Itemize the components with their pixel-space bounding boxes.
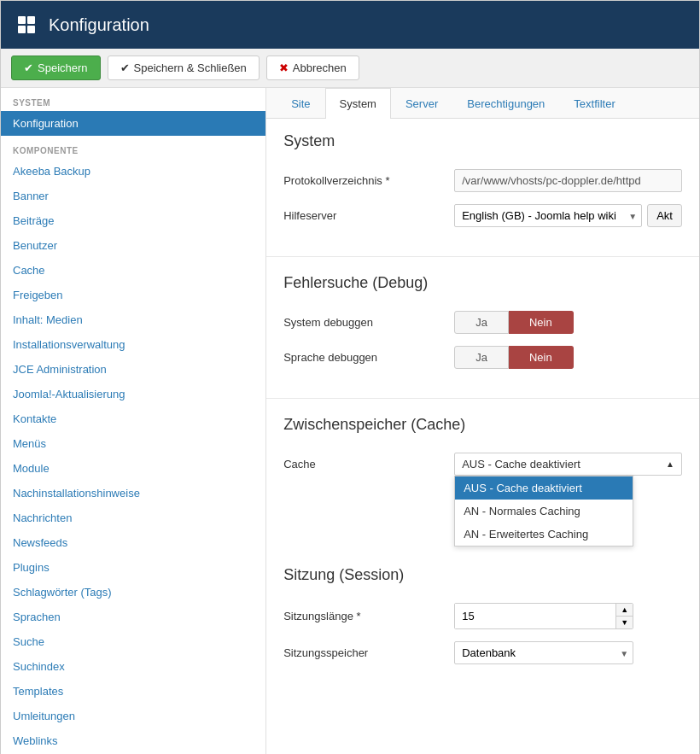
- cache-dropdown-list: AUS - Cache deaktiviert AN - Normales Ca…: [454, 476, 633, 547]
- protokollverzeichnis-label: Protokollverzeichnis *: [283, 174, 454, 187]
- sidebar-item-suche[interactable]: Suche: [1, 629, 265, 654]
- page-title: Konfiguration: [49, 15, 149, 35]
- sidebar-item-newsfeeds[interactable]: Newsfeeds: [1, 530, 265, 555]
- svg-rect-2: [18, 26, 26, 33]
- cache-row: Cache AUS - Cache deaktiviert ▲ AUS - Ca…: [283, 453, 682, 476]
- sidebar-item-weblinks[interactable]: Weblinks: [1, 728, 265, 753]
- sidebar-item-akeeba[interactable]: Akeeba Backup: [1, 159, 265, 184]
- sidebar-item-suchindex[interactable]: Suchindex: [1, 654, 265, 679]
- system-debug-row: System debuggen Ja Nein: [283, 311, 682, 334]
- save-close-button[interactable]: ✔ Speichern & Schließen: [108, 56, 260, 80]
- divider-1: [266, 256, 699, 257]
- debug-section-title: Fehlersuche (Debug): [283, 274, 682, 297]
- session-section: Sitzung (Session) Sitzungslänge * ▲ ▼: [266, 552, 699, 690]
- save-button[interactable]: ✔ Speichern: [11, 56, 101, 80]
- system-section: System Protokollverzeichnis * Hilfeserve…: [266, 119, 699, 253]
- system-debug-control: Ja Nein: [454, 311, 682, 334]
- tab-system[interactable]: System: [325, 88, 391, 119]
- system-debug-label: System debuggen: [283, 316, 454, 329]
- hilfeserver-select-wrapper: English (GB) - Joomla help wiki ▼: [454, 204, 642, 227]
- sitzungsspeicher-control: Datenbank ▼: [454, 641, 682, 664]
- toolbar: ✔ Speichern ✔ Speichern & Schließen ✖ Ab…: [1, 49, 699, 88]
- sitzungslaenge-row: Sitzungslänge * ▲ ▼: [283, 603, 682, 629]
- hilfeserver-select[interactable]: English (GB) - Joomla help wiki: [454, 204, 642, 227]
- sidebar-item-templates[interactable]: Templates: [1, 679, 265, 704]
- sidebar-item-medien[interactable]: Inhalt: Medien: [1, 307, 265, 332]
- cache-option-normal[interactable]: AN - Normales Caching: [455, 500, 633, 523]
- cancel-icon: ✖: [279, 61, 289, 74]
- protokollverzeichnis-row: Protokollverzeichnis *: [283, 169, 682, 192]
- sidebar: SYSTEM Konfiguration KOMPONENTE Akeeba B…: [1, 88, 266, 754]
- sitzungslaenge-label: Sitzungslänge *: [283, 610, 454, 622]
- sidebar-item-benutzer[interactable]: Benutzer: [1, 233, 265, 258]
- spinner-buttons: ▲ ▼: [615, 604, 633, 628]
- tab-server[interactable]: Server: [391, 88, 452, 119]
- main-content: Site System Server Berechtigungen Textfi…: [266, 88, 699, 754]
- content-area: SYSTEM Konfiguration KOMPONENTE Akeeba B…: [1, 88, 699, 754]
- sitzungsspeicher-label: Sitzungsspeicher: [283, 646, 454, 659]
- system-debug-ja-btn[interactable]: Ja: [454, 311, 509, 334]
- sidebar-item-module[interactable]: Module: [1, 456, 265, 481]
- sprache-debug-ja-btn[interactable]: Ja: [454, 346, 509, 369]
- svg-rect-1: [27, 16, 35, 24]
- sidebar-item-cache[interactable]: Cache: [1, 258, 265, 283]
- cache-dropdown-container: AUS - Cache deaktiviert ▲ AUS - Cache de…: [454, 453, 682, 476]
- sitzungsspeicher-row: Sitzungsspeicher Datenbank ▼: [283, 641, 682, 664]
- sidebar-item-plugins[interactable]: Plugins: [1, 555, 265, 580]
- cache-section: Zwischenspeicher (Cache) Cache AUS - Cac…: [266, 402, 699, 501]
- hilfeserver-control: English (GB) - Joomla help wiki ▼ Akt: [454, 204, 682, 227]
- sidebar-item-sprachen[interactable]: Sprachen: [1, 605, 265, 629]
- sidebar-item-joomla-update[interactable]: Joomla!-Aktualisierung: [1, 382, 265, 406]
- sprache-debug-control: Ja Nein: [454, 346, 682, 369]
- sitzungslaenge-input[interactable]: [455, 604, 615, 628]
- hilfeserver-btn[interactable]: Akt: [647, 204, 682, 227]
- sidebar-item-jce[interactable]: JCE Administration: [1, 357, 265, 382]
- cache-dropdown-trigger[interactable]: AUS - Cache deaktiviert ▲: [454, 453, 682, 476]
- sidebar-component-section: KOMPONENTE: [1, 136, 265, 159]
- cache-option-aus[interactable]: AUS - Cache deaktiviert: [455, 476, 633, 500]
- tabs-bar: Site System Server Berechtigungen Textfi…: [266, 88, 699, 119]
- sidebar-item-umleitungen[interactable]: Umleitungen: [1, 704, 265, 728]
- protokollverzeichnis-input[interactable]: [454, 169, 682, 192]
- divider-2: [266, 398, 699, 399]
- tab-berechtigungen[interactable]: Berechtigungen: [452, 88, 559, 119]
- sidebar-item-schlagwoerter[interactable]: Schlagwörter (Tags): [1, 580, 265, 605]
- sidebar-item-freigeben[interactable]: Freigeben: [1, 283, 265, 307]
- tab-site[interactable]: Site: [277, 88, 324, 119]
- cache-section-title: Zwischenspeicher (Cache): [283, 416, 682, 439]
- cancel-button[interactable]: ✖ Abbrechen: [266, 56, 359, 80]
- sidebar-item-kontakte[interactable]: Kontakte: [1, 406, 265, 431]
- hilfeserver-row: Hilfeserver English (GB) - Joomla help w…: [283, 204, 682, 227]
- sitzungslaenge-spinner: ▲ ▼: [454, 603, 633, 629]
- save-icon: ✔: [24, 61, 33, 74]
- sidebar-system-section: SYSTEM: [1, 88, 265, 111]
- sprache-debug-toggle: Ja Nein: [454, 346, 682, 369]
- sidebar-item-banner[interactable]: Banner: [1, 184, 265, 208]
- save-close-icon: ✔: [120, 61, 130, 74]
- app-icon: [15, 13, 38, 37]
- cache-label: Cache: [283, 458, 454, 471]
- sidebar-item-menus[interactable]: Menüs: [1, 431, 265, 456]
- sidebar-item-konfiguration[interactable]: Konfiguration: [1, 111, 265, 136]
- spinner-up-btn[interactable]: ▲: [616, 604, 633, 617]
- cache-option-erweitert[interactable]: AN - Erweitertes Caching: [455, 523, 633, 546]
- sidebar-item-installation[interactable]: Installationsverwaltung: [1, 332, 265, 357]
- debug-section: Fehlersuche (Debug) System debuggen Ja N…: [266, 260, 699, 395]
- system-debug-toggle: Ja Nein: [454, 311, 682, 334]
- sidebar-item-nachinstallation[interactable]: Nachinstallationshinweise: [1, 481, 265, 506]
- tab-textfilter[interactable]: Textfilter: [559, 88, 629, 119]
- sprache-debug-row: Sprache debuggen Ja Nein: [283, 346, 682, 369]
- app-header: Konfiguration: [1, 1, 699, 49]
- sitzungsspeicher-select-wrapper: Datenbank ▼: [454, 641, 633, 664]
- session-section-title: Sitzung (Session): [283, 566, 682, 589]
- sidebar-item-beitraege[interactable]: Beiträge: [1, 208, 265, 233]
- spinner-down-btn[interactable]: ▼: [616, 617, 633, 628]
- svg-rect-3: [27, 26, 35, 33]
- sprache-debug-nein-btn[interactable]: Nein: [509, 346, 574, 369]
- sprache-debug-label: Sprache debuggen: [283, 351, 454, 364]
- system-debug-nein-btn[interactable]: Nein: [509, 311, 574, 334]
- sidebar-item-nachrichten[interactable]: Nachrichten: [1, 506, 265, 530]
- sitzungslaenge-control: ▲ ▼: [454, 603, 682, 629]
- sitzungsspeicher-select[interactable]: Datenbank: [454, 641, 633, 664]
- svg-rect-0: [18, 16, 26, 24]
